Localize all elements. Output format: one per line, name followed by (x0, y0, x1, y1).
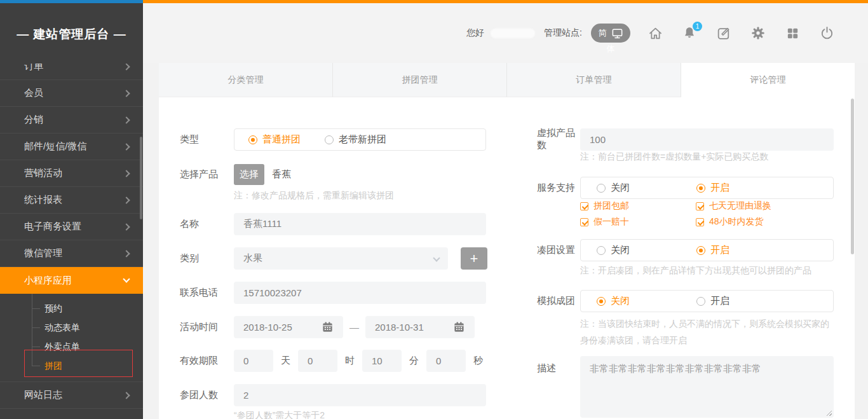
radio-normal-groupbuy[interactable]: 普通拼团 (248, 134, 301, 146)
radio-service-on[interactable]: 开启 (696, 182, 729, 194)
product-value: 香蕉 (272, 168, 291, 181)
virtual-note: 注：前台已拼团件数=虚拟数量+实际已购买总数 (580, 151, 768, 163)
sidebar-item-mail-sms-wechat[interactable]: 邮件/短信/微信 (0, 134, 143, 160)
duration-label: 有效期限 (180, 355, 234, 367)
monitor-icon (611, 27, 623, 39)
chevron-right-icon (123, 392, 130, 399)
submenu-item-group-buy[interactable]: 拼团 (0, 356, 143, 375)
type-row: 类型 普通拼团 老带新拼团 (180, 128, 486, 151)
radio-gather-off[interactable]: 关闭 (597, 244, 630, 256)
username-redacted (491, 29, 535, 38)
virtual-input[interactable]: 100 (580, 128, 834, 151)
notifications-button[interactable]: 1 (681, 25, 698, 41)
logout-button[interactable] (818, 25, 835, 41)
description-row: 描述 非常非常非常非常非常非常非常非常非常 (537, 356, 834, 418)
tab-order-management[interactable]: 订单管理 (507, 63, 681, 97)
settings-button[interactable] (750, 25, 766, 41)
category-select[interactable]: 水果 (234, 247, 448, 270)
sidebar-menu: 订单 会员 分销 邮件/短信/微信 营销活动 统计报表 (0, 64, 143, 419)
tab-review-management[interactable]: 评论管理 (681, 63, 855, 97)
duration-days-input[interactable]: 0 (234, 350, 273, 372)
home-button[interactable] (647, 25, 663, 41)
add-category-button[interactable]: + (461, 247, 487, 270)
phone-row: 联系电话 15710023207 (180, 282, 486, 304)
sidebar-item-distribution[interactable]: 分销 (0, 107, 143, 134)
radio-on-icon (248, 135, 257, 144)
people-note: “参团人数”需大于等于2 (234, 410, 325, 419)
radio-on-icon (696, 246, 705, 255)
grid-icon (785, 26, 800, 41)
description-textarea[interactable]: 非常非常非常非常非常非常非常非常非常 (580, 356, 834, 418)
name-input[interactable]: 香蕉1111 (234, 213, 486, 235)
end-date-input[interactable]: 2018-10-31 (365, 316, 475, 338)
sidebar-item-members[interactable]: 会员 (0, 80, 143, 107)
chevron-right-icon (123, 250, 130, 257)
chevron-right-icon (123, 143, 130, 150)
radio-gather-on[interactable]: 开启 (696, 244, 729, 256)
apps-button[interactable] (784, 25, 801, 41)
simulate-row: 模拟成团 关闭 开启 (537, 290, 834, 312)
checkbox-checked-icon (580, 202, 588, 210)
sidebar-item-wechat-management[interactable]: 微信管理 (0, 240, 143, 267)
sidebar-item-ecommerce-settings[interactable]: 电子商务设置 (0, 214, 143, 240)
checkbox-fake-one-pay-ten[interactable]: 假一赔十 (580, 216, 629, 228)
greeting: 您好 (466, 27, 535, 39)
chevron-down-icon (123, 275, 130, 282)
edit-button[interactable] (715, 25, 732, 41)
power-icon (819, 25, 835, 41)
sidebar-item-orders[interactable]: 订单 (0, 64, 143, 80)
header-icons: 1 (647, 25, 835, 41)
radio-simulate-off[interactable]: 关闭 (597, 295, 630, 307)
miniprogram-submenu: 预约 动态表单 外卖点单 拼团 (0, 294, 143, 382)
sidebar-item-marketing[interactable]: 营销活动 (0, 160, 143, 187)
notification-badge: 1 (693, 22, 702, 31)
duration-hours-input[interactable]: 0 (298, 350, 337, 372)
radio-simulate-on[interactable]: 开启 (696, 295, 729, 307)
type-label: 类型 (180, 134, 234, 146)
panel-scrollbar[interactable] (851, 99, 854, 254)
submenu-item-booking[interactable]: 预约 (0, 299, 143, 318)
product-note: 注：修改产品规格后，需重新编辑该拼团 (234, 190, 394, 202)
people-input[interactable]: 2 (234, 384, 486, 406)
submenu-item-takeout-order[interactable]: 外卖点单 (0, 337, 143, 356)
sidebar-scrollbar[interactable] (140, 137, 142, 219)
duration-row: 有效期限 0 天 0 时 10 分 0 秒 (180, 350, 483, 372)
language-switcher[interactable]: 简 体 (591, 24, 630, 43)
checkbox-7day-return[interactable]: 七天无理由退换 (696, 200, 771, 212)
service-label: 服务支持 (537, 182, 580, 194)
radio-off-icon (325, 135, 334, 144)
gather-label: 凑团设置 (537, 244, 580, 256)
service-row: 服务支持 关闭 开启 (537, 177, 834, 199)
sidebar-item-site-log[interactable]: 网站日志 (0, 382, 143, 409)
name-row: 名称 香蕉1111 (180, 213, 486, 235)
service-checkbox-row-1: 拼团包邮 七天无理由退换 (580, 200, 771, 212)
tab-category-management[interactable]: 分类管理 (159, 63, 333, 97)
virtual-label: 虚拟产品数 (537, 127, 580, 151)
simulate-note: 注：当该团快结束时，人员不满的情况下，则系统会模拟买家的身份凑满该团，请合理开启 (580, 315, 836, 348)
radio-service-off[interactable]: 关闭 (597, 182, 630, 194)
gather-row: 凑团设置 关闭 开启 (537, 239, 834, 261)
service-checkbox-row-2: 假一赔十 48小时内发货 (580, 216, 764, 228)
phone-input[interactable]: 15710023207 (234, 282, 486, 304)
checkbox-48h-shipping[interactable]: 48小时内发货 (696, 216, 764, 228)
radio-off-icon (696, 297, 705, 306)
calendar-icon (322, 321, 334, 333)
tab-groupbuy-management[interactable]: 拼团管理 (333, 63, 507, 97)
radio-on-icon (597, 297, 606, 306)
start-date-input[interactable]: 2018-10-25 (234, 316, 343, 338)
radio-old-new-groupbuy[interactable]: 老带新拼团 (325, 134, 386, 146)
select-product-button[interactable]: 选择 (234, 164, 264, 185)
chevron-right-icon (123, 90, 130, 97)
tab-bar: 分类管理 拼团管理 订单管理 评论管理 (159, 63, 855, 97)
category-row: 类别 水果 + (180, 247, 487, 270)
chevron-right-icon (123, 170, 130, 177)
sidebar-item-reports[interactable]: 统计报表 (0, 187, 143, 214)
gather-note: 注：开启凑团，则在产品详情下方出现其他可以拼团的产品 (580, 265, 811, 277)
phone-label: 联系电话 (180, 287, 234, 299)
minutes-unit: 分 (409, 355, 419, 367)
duration-seconds-input[interactable]: 0 (426, 350, 466, 372)
duration-minutes-input[interactable]: 10 (362, 350, 402, 372)
sidebar-item-miniprogram-apps[interactable]: 小程序应用 (0, 267, 143, 294)
submenu-item-dynamic-form[interactable]: 动态表单 (0, 318, 143, 337)
checkbox-free-shipping[interactable]: 拼团包邮 (580, 200, 629, 212)
